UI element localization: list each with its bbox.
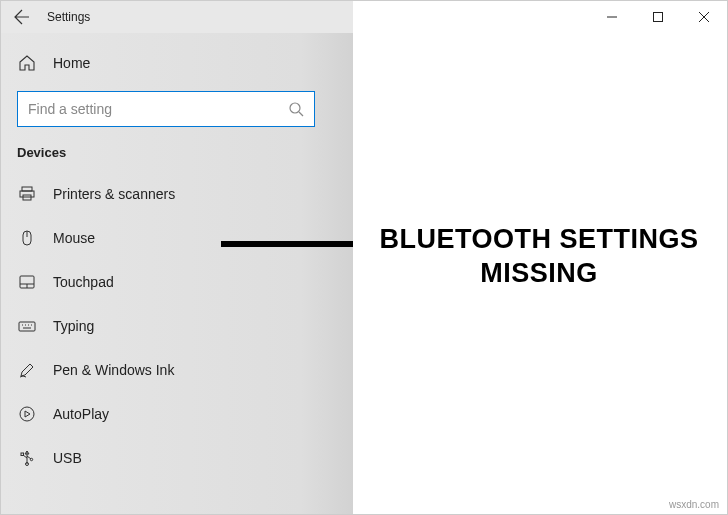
section-header-devices: Devices [1, 141, 353, 172]
sidebar-item-autoplay[interactable]: AutoPlay [1, 392, 353, 436]
svg-rect-14 [19, 322, 35, 331]
window-controls [589, 1, 727, 33]
sidebar-item-label: Mouse [53, 230, 95, 246]
nav-home[interactable]: Home [1, 41, 353, 85]
sidebar-item-touchpad[interactable]: Touchpad [1, 260, 353, 304]
minimize-icon [607, 12, 617, 22]
svg-point-4 [290, 103, 300, 113]
svg-point-24 [30, 458, 32, 460]
close-button[interactable] [681, 1, 727, 33]
svg-rect-23 [21, 453, 24, 456]
titlebar-left: Settings [1, 1, 353, 33]
content-area: Home Devices Printers & scanners Mou [1, 33, 727, 514]
search-input[interactable] [28, 101, 288, 117]
svg-rect-1 [654, 13, 663, 22]
svg-line-5 [299, 112, 303, 116]
sidebar-item-label: Touchpad [53, 274, 114, 290]
printer-icon [17, 184, 37, 204]
svg-rect-6 [22, 187, 32, 191]
back-arrow-icon [14, 9, 30, 25]
settings-window: Settings Home [1, 1, 727, 514]
nav-home-label: Home [53, 55, 90, 71]
home-icon [17, 53, 37, 73]
annotation-text: BLUETOOTH SETTINGS MISSING [359, 223, 719, 291]
maximize-button[interactable] [635, 1, 681, 33]
sidebar-item-typing[interactable]: Typing [1, 304, 353, 348]
sidebar-item-label: Typing [53, 318, 94, 334]
watermark: wsxdn.com [669, 499, 719, 510]
search-icon [288, 101, 304, 117]
close-icon [699, 12, 709, 22]
usb-icon [17, 448, 37, 468]
sidebar-item-usb[interactable]: USB [1, 436, 353, 480]
mouse-icon [17, 228, 37, 248]
search-box[interactable] [17, 91, 315, 127]
sidebar-item-label: Pen & Windows Ink [53, 362, 174, 378]
maximize-icon [653, 12, 663, 22]
svg-rect-7 [20, 191, 34, 197]
svg-point-20 [20, 407, 34, 421]
window-title: Settings [43, 10, 90, 24]
keyboard-icon [17, 316, 37, 336]
minimize-button[interactable] [589, 1, 635, 33]
sidebar-item-label: USB [53, 450, 82, 466]
sidebar-item-pen-windows-ink[interactable]: Pen & Windows Ink [1, 348, 353, 392]
pen-icon [17, 360, 37, 380]
main-panel: BLUETOOTH SETTINGS MISSING [353, 33, 727, 514]
sidebar-item-printers-scanners[interactable]: Printers & scanners [1, 172, 353, 216]
back-button[interactable] [1, 1, 43, 33]
titlebar: Settings [1, 1, 727, 33]
autoplay-icon [17, 404, 37, 424]
annotation-line2: MISSING [480, 258, 598, 288]
sidebar-item-label: AutoPlay [53, 406, 109, 422]
annotation-arrow-line [221, 241, 353, 247]
touchpad-icon [17, 272, 37, 292]
annotation-line1: BLUETOOTH SETTINGS [379, 224, 698, 254]
sidebar-item-label: Printers & scanners [53, 186, 175, 202]
sidebar-item-mouse[interactable]: Mouse [1, 216, 353, 260]
sidebar: Home Devices Printers & scanners Mou [1, 33, 353, 514]
